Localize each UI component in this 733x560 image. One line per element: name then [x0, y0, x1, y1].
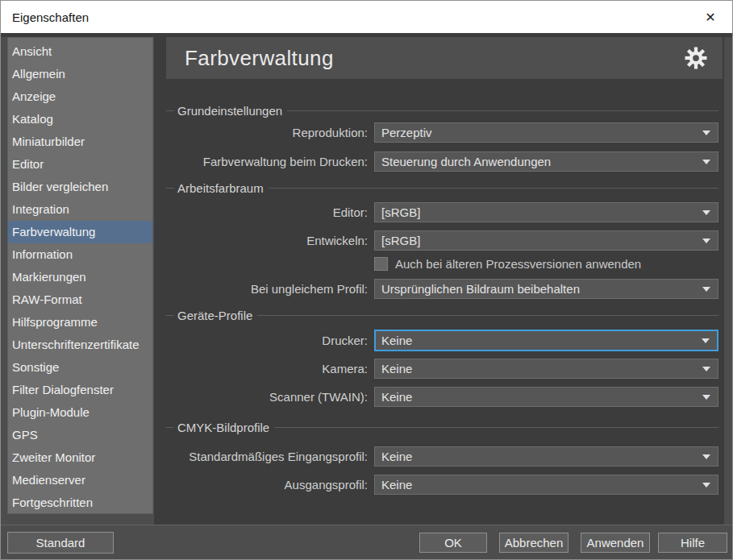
- dropdown-value: Keine: [381, 450, 412, 463]
- sidebar-item-katalog[interactable]: Katalog: [8, 108, 152, 131]
- row-kamera: Kamera: Keine: [166, 359, 718, 379]
- field-label: Kamera:: [166, 362, 368, 375]
- sidebar-item-allgemein[interactable]: Allgemein: [8, 63, 152, 85]
- row-eingangsprofil: Standardmäßiges Eingangsprofil: Keine: [166, 446, 718, 467]
- standard-button[interactable]: Standard: [7, 532, 114, 554]
- main-panel: Farbverwaltung Grundeins: [154, 33, 724, 525]
- dialog-buttons: OK Abbrechen Anwenden Hilfe: [419, 533, 727, 553]
- titlebar: Eigenschaften ✕: [1, 1, 732, 33]
- entwickeln-farbraum-dropdown[interactable]: [sRGB]: [374, 230, 718, 251]
- sidebar-item-medienserver[interactable]: Medienserver: [8, 469, 152, 492]
- checkbox-label: Auch bei älteren Prozessversionen anwend…: [395, 257, 641, 271]
- section-title: Geräte-Profile: [177, 309, 257, 322]
- field-label: Editor:: [166, 205, 368, 219]
- section-line: [274, 427, 718, 428]
- scanner-profil-dropdown[interactable]: Keine: [374, 387, 718, 407]
- row-reproduktion: Reproduktion: Perzeptiv: [166, 122, 718, 143]
- settings-gear-icon[interactable]: [684, 46, 708, 70]
- row-druck-verwaltung: Farbverwaltung beim Drucken: Steuerung d…: [166, 151, 718, 172]
- reproduktion-dropdown[interactable]: Perzeptiv: [374, 122, 718, 143]
- process-versions-checkbox[interactable]: [374, 257, 388, 271]
- section-title: CMYK-Bildprofile: [177, 421, 274, 434]
- section-line: [166, 427, 174, 428]
- sidebar-item-sonstige[interactable]: Sonstige: [8, 356, 152, 379]
- settings-form: Grundeinstellungen Reproduktion: Perzept…: [166, 79, 718, 495]
- row-prozessversionen: Auch bei älteren Prozessversionen anwend…: [374, 257, 718, 271]
- apply-button[interactable]: Anwenden: [581, 533, 650, 553]
- sidebar-item-anzeige[interactable]: Anzeige: [8, 85, 152, 108]
- dropdown-value: Ursprünglichen Bildraum beibehalten: [381, 282, 580, 296]
- section-line: [166, 110, 174, 111]
- field-label: Entwickeln:: [166, 234, 368, 247]
- chevron-down-icon: [702, 210, 710, 215]
- sidebar-item-integration[interactable]: Integration: [8, 198, 152, 221]
- chevron-down-icon: [702, 239, 710, 243]
- dropdown-value: Keine: [381, 390, 412, 404]
- chevron-down-icon: [702, 338, 710, 343]
- chevron-down-icon: [702, 131, 710, 135]
- chevron-down-icon: [702, 483, 710, 487]
- section-line: [257, 315, 718, 316]
- sidebar-item-farbverwaltung[interactable]: Farbverwaltung: [8, 221, 152, 243]
- sidebar-item-editor[interactable]: Editor: [8, 153, 152, 176]
- sidebar-item-zweiter-monitor[interactable]: Zweiter Monitor: [8, 446, 152, 469]
- row-drucker: Drucker: Keine: [166, 330, 718, 351]
- dropdown-value: [sRGB]: [381, 205, 420, 219]
- kamera-profil-dropdown[interactable]: Keine: [374, 359, 718, 379]
- sidebar-item-hilfsprogramme[interactable]: Hilfsprogramme: [8, 311, 152, 334]
- field-label: Farbverwaltung beim Drucken:: [166, 155, 368, 168]
- page-header: Farbverwaltung: [166, 37, 723, 79]
- row-scanner: Scanner (TWAIN): Keine: [166, 387, 718, 407]
- dropdown-value: Perzeptiv: [381, 126, 432, 139]
- section-line: [287, 110, 718, 111]
- sidebar-item-raw-format[interactable]: RAW-Format: [8, 288, 152, 311]
- field-label: Standardmäßiges Eingangsprofil:: [166, 450, 368, 463]
- druckverwaltung-dropdown[interactable]: Steuerung durch Anwendungen: [374, 151, 718, 172]
- row-entwickeln: Entwickeln: [sRGB]: [166, 230, 718, 251]
- section-cmyk-bildprofile: CMYK-Bildprofile: [166, 419, 718, 435]
- sidebar-item-markierungen[interactable]: Markierungen: [8, 266, 152, 288]
- section-line: [269, 188, 718, 189]
- field-label: Ausgangsprofil:: [166, 478, 368, 492]
- field-label: Drucker:: [166, 334, 368, 347]
- chevron-down-icon: [702, 160, 710, 164]
- dropdown-value: Steuerung durch Anwendungen: [381, 155, 551, 168]
- sidebar-item-unterschriftenzertifikate[interactable]: Unterschriftenzertifikate: [8, 334, 152, 356]
- section-geraete-profile: Geräte-Profile: [166, 307, 718, 323]
- sidebar-item-bilder-vergleichen[interactable]: Bilder vergleichen: [8, 176, 152, 198]
- field-label: Scanner (TWAIN):: [166, 390, 368, 404]
- eingangsprofil-dropdown[interactable]: Keine: [374, 446, 718, 467]
- ok-button[interactable]: OK: [419, 533, 487, 553]
- chevron-down-icon: [702, 287, 710, 292]
- sidebar-item-gps[interactable]: GPS: [8, 424, 152, 446]
- ungleiches-profil-dropdown[interactable]: Ursprünglichen Bildraum beibehalten: [374, 279, 718, 299]
- chevron-down-icon: [702, 395, 710, 400]
- field-label: Bei ungleichem Profil:: [166, 282, 368, 296]
- chevron-down-icon: [702, 367, 710, 371]
- dropdown-value: [sRGB]: [381, 234, 420, 247]
- row-editor: Editor: [sRGB]: [166, 202, 718, 222]
- cancel-button[interactable]: Abbrechen: [499, 533, 568, 553]
- sidebar-item-fortgeschritten[interactable]: Fortgeschritten: [8, 492, 152, 514]
- sidebar-item-information[interactable]: Information: [8, 243, 152, 266]
- help-button[interactable]: Hilfe: [658, 533, 727, 553]
- section-title: Arbeitsfarbraum: [177, 181, 269, 195]
- sidebar-item-ansicht[interactable]: Ansicht: [8, 40, 152, 63]
- row-ausgangsprofil: Ausgangsprofil: Keine: [166, 475, 718, 495]
- dropdown-value: Keine: [381, 478, 412, 492]
- properties-dialog: Eigenschaften ✕ Farbverwaltung: [0, 0, 733, 560]
- sidebar-item-filter-dialogfenster[interactable]: Filter Dialogfenster: [8, 379, 152, 401]
- field-label: Reproduktion:: [166, 126, 368, 139]
- sidebar-item-plugin-module[interactable]: Plugin-Module: [8, 401, 152, 424]
- drucker-profil-dropdown[interactable]: Keine: [374, 330, 718, 351]
- section-arbeitsfarbraum: Arbeitsfarbraum: [166, 180, 718, 196]
- ausgangsprofil-dropdown[interactable]: Keine: [374, 475, 718, 495]
- row-ungleiches-profil: Bei ungleichem Profil: Ursprünglichen Bi…: [166, 279, 718, 299]
- section-grundeinstellungen: Grundeinstellungen: [166, 102, 718, 118]
- sidebar-item-miniaturbilder[interactable]: Miniaturbilder: [8, 131, 152, 153]
- section-title: Grundeinstellungen: [177, 104, 287, 118]
- section-line: [166, 315, 174, 316]
- window-title: Eigenschaften: [12, 10, 89, 24]
- editor-farbraum-dropdown[interactable]: [sRGB]: [374, 202, 718, 222]
- close-icon[interactable]: ✕: [697, 1, 724, 33]
